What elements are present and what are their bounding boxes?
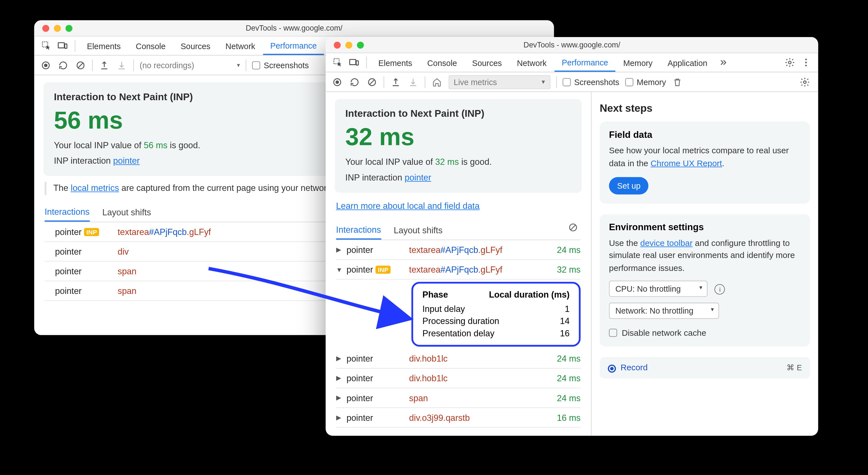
zoom-dot[interactable] <box>65 25 72 32</box>
cpu-throttling-select[interactable]: CPU: No throttling <box>609 280 708 297</box>
upload-icon[interactable] <box>390 76 401 88</box>
divider <box>133 59 134 71</box>
window-title: DevTools - www.google.com/ <box>326 40 818 49</box>
svg-rect-1 <box>58 43 64 48</box>
download-icon[interactable] <box>116 59 127 71</box>
interaction-row[interactable]: ▶pointerdiv.hob1lc24 ms <box>336 349 581 369</box>
interaction-type: pointer <box>347 354 409 364</box>
tab-memory[interactable]: Memory <box>616 54 660 71</box>
tab-application[interactable]: Application <box>660 54 714 71</box>
interaction-row[interactable]: ▶pointerdiv.hob1lc24 ms <box>336 369 581 388</box>
download-icon[interactable] <box>407 76 419 88</box>
interaction-type: pointer <box>347 373 409 383</box>
close-dot[interactable] <box>334 41 341 48</box>
field-data-text: See how your local metrics compare to re… <box>609 144 801 170</box>
interaction-row[interactable]: ▼pointer INPtextarea#APjFqcb.gLFyf32 ms <box>336 260 581 280</box>
interaction-row[interactable]: ▶pointerdiv.o3j99.qarstb16 ms <box>336 408 581 428</box>
phase-label: Processing duration <box>423 316 499 326</box>
minimize-dot[interactable] <box>345 41 352 48</box>
inp-interaction-link[interactable]: pointer <box>404 172 431 182</box>
disclose-icon[interactable]: ▼ <box>336 266 347 273</box>
tab-network[interactable]: Network <box>218 37 262 54</box>
window-title: DevTools - www.google.com/ <box>34 24 554 33</box>
subtab-layout-shifts[interactable]: Layout shifts <box>394 220 443 239</box>
record-card[interactable]: Record ⌘ E <box>600 357 810 378</box>
env-title: Environment settings <box>609 222 801 232</box>
info-icon[interactable]: i <box>715 284 725 294</box>
device-toolbar-icon[interactable] <box>347 55 362 70</box>
tab-performance[interactable]: Performance <box>264 37 324 55</box>
tab-console[interactable]: Console <box>420 54 464 71</box>
subtab-interactions[interactable]: Interactions <box>336 220 381 239</box>
inp-summary: Your local INP value of 32 ms is good. <box>345 157 571 167</box>
local-metrics-link[interactable]: local metrics <box>71 183 119 193</box>
record-icon[interactable] <box>40 59 52 71</box>
learn-more-link[interactable]: Learn more about local and field data <box>336 201 480 210</box>
disclose-icon[interactable]: ▶ <box>336 374 347 382</box>
interaction-duration: 16 ms <box>557 413 581 422</box>
disclose-icon[interactable]: ▶ <box>336 355 347 363</box>
panel-tabbar: Elements Console Sources Network Perform… <box>326 53 818 72</box>
subtab-interactions[interactable]: Interactions <box>45 202 90 221</box>
reload-icon[interactable] <box>349 76 360 88</box>
tab-elements[interactable]: Elements <box>80 37 128 54</box>
memory-checkbox[interactable]: Memory <box>625 77 666 87</box>
close-dot[interactable] <box>42 25 49 32</box>
tab-performance[interactable]: Performance <box>555 54 615 72</box>
upload-icon[interactable] <box>98 59 110 71</box>
recordings-select[interactable]: (no recordings) ▾ <box>140 60 240 70</box>
setup-button[interactable]: Set up <box>609 177 649 194</box>
interaction-type: pointer INP <box>347 265 409 274</box>
disclose-icon[interactable]: ▶ <box>336 246 347 253</box>
inp-interaction-link[interactable]: pointer <box>113 156 140 166</box>
tab-elements[interactable]: Elements <box>371 54 419 71</box>
device-toolbar-icon[interactable] <box>55 38 70 53</box>
interaction-duration: 24 ms <box>557 354 581 364</box>
live-metrics-select[interactable]: Live metrics <box>448 75 551 89</box>
zoom-dot[interactable] <box>357 41 364 48</box>
disclose-icon[interactable]: ▶ <box>336 414 347 421</box>
tab-network[interactable]: Network <box>510 54 554 71</box>
titlebar[interactable]: DevTools - www.google.com/ <box>326 37 818 53</box>
divider <box>92 59 93 71</box>
clear-icon[interactable] <box>75 59 86 71</box>
network-throttling-select[interactable]: Network: No throttling <box>609 303 719 319</box>
kebab-menu-icon[interactable] <box>799 55 814 70</box>
interaction-duration: 24 ms <box>557 393 581 403</box>
crux-link[interactable]: Chrome UX Report <box>650 158 722 168</box>
tab-sources[interactable]: Sources <box>465 54 509 71</box>
screenshots-checkbox[interactable]: Screenshots <box>252 60 309 70</box>
interaction-row[interactable]: ▶pointertextarea#APjFqcb.gLFyf24 ms <box>336 240 581 260</box>
clear-list-icon[interactable] <box>568 222 581 235</box>
settings-icon[interactable] <box>782 55 798 70</box>
interaction-type: pointer <box>347 393 409 403</box>
minimize-dot[interactable] <box>54 25 61 32</box>
svg-point-13 <box>805 65 807 67</box>
more-tabs-icon[interactable] <box>715 55 731 70</box>
home-icon[interactable] <box>431 76 443 88</box>
tab-sources[interactable]: Sources <box>174 37 217 54</box>
inp-card: Interaction to Next Paint (INP) 32 ms Yo… <box>335 99 582 193</box>
phase-value: 1 <box>565 304 569 313</box>
screenshots-checkbox[interactable]: Screenshots <box>563 77 620 87</box>
inspect-icon[interactable] <box>330 55 345 70</box>
svg-point-12 <box>805 62 807 63</box>
svg-point-15 <box>336 80 339 84</box>
record-icon[interactable] <box>332 76 343 88</box>
svg-point-10 <box>788 61 791 64</box>
subtab-layout-shifts[interactable]: Layout shifts <box>102 202 151 220</box>
env-text: Use the device toolbar and configure thr… <box>609 237 801 275</box>
panel-settings-icon[interactable] <box>797 74 812 90</box>
disable-cache-checkbox[interactable]: Disable network cache <box>609 328 801 337</box>
interaction-row[interactable]: ▶pointerspan24 ms <box>336 388 581 408</box>
disclose-icon[interactable]: ▶ <box>336 394 347 402</box>
device-toolbar-link[interactable]: device toolbar <box>640 238 692 247</box>
tab-console[interactable]: Console <box>129 37 172 54</box>
trash-icon[interactable] <box>672 76 683 88</box>
inp-interaction: INP interaction pointer <box>345 172 571 182</box>
titlebar[interactable]: DevTools - www.google.com/ <box>34 20 554 36</box>
inspect-icon[interactable] <box>39 38 54 53</box>
inp-badge: INP <box>375 266 391 274</box>
clear-icon[interactable] <box>366 76 378 88</box>
reload-icon[interactable] <box>57 59 69 71</box>
